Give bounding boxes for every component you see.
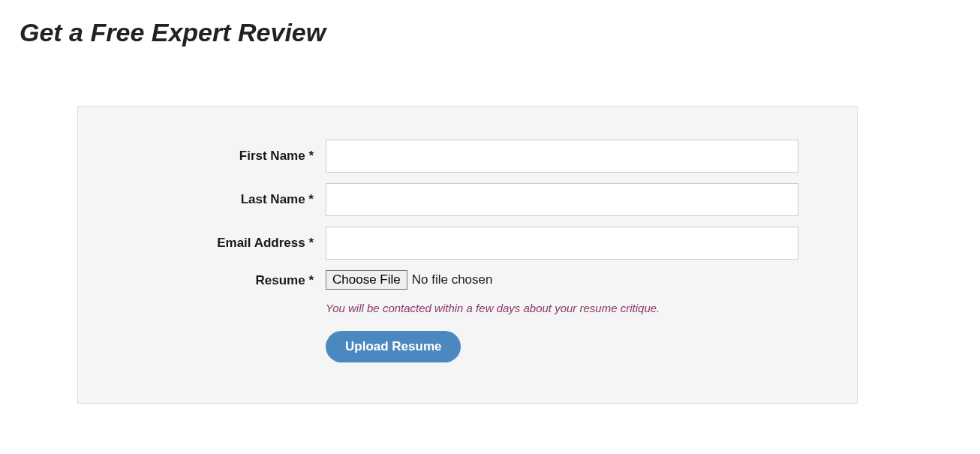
email-input[interactable] [326,227,798,260]
hint-text: You will be contacted within a few days … [326,302,660,314]
form-container: First Name * Last Name * Email Address *… [77,106,858,404]
last-name-input[interactable] [326,183,798,216]
file-status-text: No file chosen [412,272,493,287]
resume-label: Resume * [93,270,326,288]
last-name-label: Last Name * [93,192,326,207]
first-name-row: First Name * [93,140,798,173]
page-title: Get a Free Expert Review [20,18,980,47]
first-name-input[interactable] [326,140,798,173]
button-row: Upload Resume [93,331,798,362]
file-input-wrap: Choose File No file chosen [326,270,492,290]
email-row: Email Address * [93,227,798,260]
hint-row: You will be contacted within a few days … [93,302,798,314]
resume-row: Resume * Choose File No file chosen [93,270,798,290]
first-name-label: First Name * [93,149,326,164]
button-spacer [93,331,326,362]
email-label: Email Address * [93,236,326,251]
choose-file-button[interactable]: Choose File [326,270,407,290]
upload-resume-button[interactable]: Upload Resume [326,331,461,362]
last-name-row: Last Name * [93,183,798,216]
hint-spacer [93,302,326,314]
